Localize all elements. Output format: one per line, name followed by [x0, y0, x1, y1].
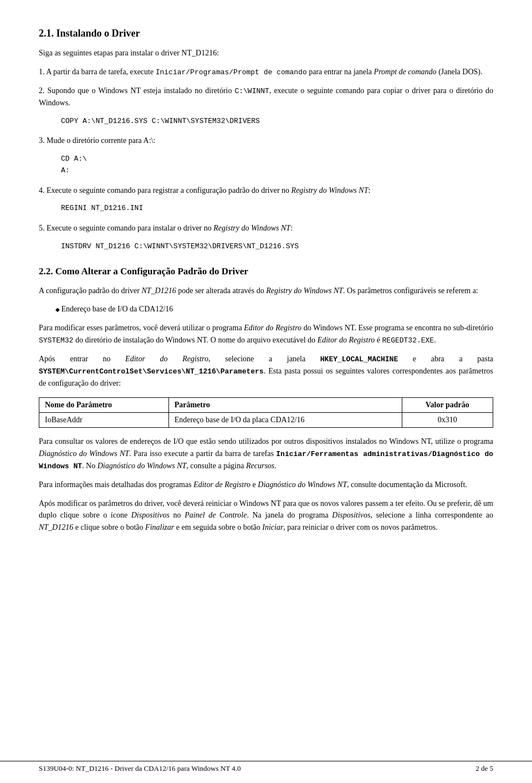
- p6-italic2: Painel de Controle: [185, 511, 247, 519]
- table-header: Nome do Parâmetro Parâmetro Valor padrão: [39, 397, 493, 412]
- p6-italic5: Finalizar: [145, 523, 174, 531]
- p5-end: , consulte documentação da Microsoft.: [347, 480, 467, 489]
- p1-italic: NT_D1216: [141, 286, 176, 295]
- p2-italic2: Editor do Registro: [318, 336, 375, 344]
- table-header-row: Nome do Parâmetro Parâmetro Valor padrão: [39, 397, 493, 412]
- p4-after: . Para isso execute a partir da barra de…: [129, 449, 276, 458]
- step-2: 2. Supondo que o Windows NT esteja insta…: [39, 85, 493, 109]
- p2-after: do Windows NT. Esse programa se encontra…: [301, 324, 493, 332]
- step-5-num: 5.: [39, 224, 47, 232]
- p6-after4: e clique sobre o botão: [73, 523, 145, 531]
- page-content: 2.1. Instalando o Driver Siga as seguint…: [0, 0, 532, 585]
- code-step3-line2: A:: [61, 166, 70, 175]
- p3-before: Após entrar no: [39, 355, 125, 363]
- p6-end: , para reiniciar o driver com os novos p…: [283, 523, 437, 531]
- p2-italic: Editor do Registro: [244, 324, 301, 332]
- p1-before: A configuração padrão do driver: [39, 286, 141, 295]
- step-3-num: 3.: [39, 136, 47, 145]
- step-4-num: 4.: [39, 186, 47, 195]
- p2-end: .: [434, 336, 436, 344]
- p3-after: , selecione a janela: [208, 355, 320, 363]
- step-2-text-before: Supondo que o Windows NT esteja instalad…: [48, 86, 235, 95]
- para-microsoft: Para informações mais detalhadas dos pro…: [39, 479, 493, 491]
- para-editor-registro: Para modificar esses parâmetros, você de…: [39, 322, 493, 346]
- table-cell-name: IoBaseAddr: [39, 412, 169, 427]
- step-5: 5. Execute o seguinte comando para insta…: [39, 222, 493, 234]
- table-cell-value: 0x310: [402, 412, 493, 427]
- step-5-text-before: Execute o seguinte comando para instalar…: [47, 224, 213, 232]
- p3-bold-code: HKEY_LOCAL_MACHINE: [320, 355, 398, 364]
- code-block-step5: INSTDRV NT_D1216 C:\WINNT\SYSTEM32\DRIVE…: [61, 241, 493, 253]
- section-2-2-number: 2.2.: [39, 266, 53, 277]
- table-body: IoBaseAddr Endereço base de I/O da placa…: [39, 412, 493, 427]
- bullet-item-1: Endereço base de I/O da CDA12/16: [55, 303, 493, 315]
- p6-italic: Dispositivos: [131, 511, 170, 519]
- step-1-end: (Janela DOS).: [437, 68, 483, 76]
- p6-italic6: Iniciar: [262, 523, 283, 531]
- step-4-italic: Registry do Windows NT: [291, 186, 369, 195]
- p2-code2: REGEDT32.EXE: [382, 336, 434, 345]
- table-row: IoBaseAddr Endereço base de I/O da placa…: [39, 412, 493, 427]
- p3-bold-code2: SYSTEM\CurrentControlSet\Services\NT_121…: [39, 367, 264, 376]
- table-cell-param: Endereço base de I/O da placa CDA12/16: [168, 412, 402, 427]
- page-footer: S139U04-0: NT_D1216 - Driver da CDA12/16…: [0, 761, 532, 773]
- p1-after: pode ser alterada através do: [176, 286, 266, 295]
- p6-after3: , selecione a linha correspondente ao: [371, 511, 494, 519]
- step-3: 3. Mude o diretório corrente para A:\:: [39, 135, 493, 147]
- p2-before: Para modificar esses parâmetros, você de…: [39, 324, 244, 332]
- params-table: Nome do Parâmetro Parâmetro Valor padrão…: [39, 397, 493, 428]
- p4-italic3: Recursos: [246, 462, 274, 470]
- step-4-text-after: :: [368, 186, 370, 195]
- p2-after2: do diretório de instalação do Windows NT…: [73, 336, 317, 344]
- p4-before: Para consultar os valores de endereços d…: [39, 437, 493, 446]
- p5-italic: Editor de Registro: [193, 480, 250, 489]
- p5-italic2: Diagnóstico do Windows NT: [258, 480, 347, 489]
- heading-2-1: 2.1. Instalando o Driver: [39, 28, 493, 39]
- col-header-param: Parâmetro: [168, 397, 402, 412]
- para-config-intro: A configuração padrão do driver NT_D1216…: [39, 285, 493, 297]
- p6-after2: . Na janela do programa: [247, 511, 332, 519]
- step-2-code: C:\WINNT: [234, 87, 269, 95]
- p3-italic: Editor do Registro: [125, 355, 208, 363]
- p1-italic2: Registry do Windows NT: [266, 286, 343, 295]
- step-1-num: 1.: [39, 68, 46, 76]
- step-2-num: 2.: [39, 86, 48, 95]
- step-5-text-after: :: [290, 224, 293, 232]
- intro-paragraph: Siga as seguintes etapas para instalar o…: [39, 47, 493, 59]
- para-hkey: Após entrar no Editor do Registro, selec…: [39, 353, 493, 390]
- bullet-list: Endereço base de I/O da CDA12/16: [55, 303, 493, 315]
- p3-after2: e abra a pasta: [398, 355, 493, 363]
- p6-after5: e em seguida sobre o botão: [174, 523, 262, 531]
- p4-end2: .: [274, 462, 277, 470]
- p2-code: SYSTEM32: [39, 336, 73, 345]
- p5-before: Para informações mais detalhadas dos pro…: [39, 480, 193, 489]
- code-step3-line1: CD A:\: [61, 155, 87, 163]
- p4-italic2: Diagnóstico do Windows NT: [98, 462, 187, 470]
- footer-left: S139U04-0: NT_D1216 - Driver da CDA12/16…: [39, 764, 241, 773]
- step-1-italic: Prompt de comando: [374, 68, 437, 76]
- p2-after3: é: [375, 336, 382, 344]
- code-block-step4: REGINI NT_D1216.INI: [61, 203, 493, 214]
- step-3-text: Mude o diretório corrente para A:\:: [47, 136, 155, 145]
- code-block-step2: COPY A:\NT_D1216.SYS C:\WINNT\SYSTEM32\D…: [61, 116, 493, 127]
- section-number: 2.1.: [39, 28, 54, 39]
- heading-2-2: 2.2. Como Alterar a Configuração Padrão …: [39, 266, 493, 277]
- step-1-text-before: A partir da barra de tarefa, execute: [46, 68, 155, 76]
- p5-after: e: [250, 480, 258, 489]
- col-header-name: Nome do Parâmetro: [39, 397, 169, 412]
- p6-italic4: NT_D1216: [39, 523, 73, 531]
- step-4-text-before: Execute o seguinte comando para registra…: [47, 186, 291, 195]
- p6-italic3: Dispositivos: [332, 511, 370, 519]
- p4-end: , consulte a página: [186, 462, 246, 470]
- p4-italic: Diagnóstico do Windows NT: [39, 449, 129, 458]
- p6-after: no: [170, 511, 185, 519]
- para-reiniciar: Após modificar os parâmetros do driver, …: [39, 498, 493, 534]
- col-header-value: Valor padrão: [402, 397, 493, 412]
- p1-end: . Os parâmetros configuráveis se referem…: [343, 286, 478, 295]
- section-2-2-title: Como Alterar a Configuração Padrão do Dr…: [55, 266, 248, 277]
- step-1-code: Iniciar/Programas/Prompt de comando: [156, 68, 307, 76]
- code-block-step3: CD A:\ A:: [61, 153, 493, 177]
- footer-right: 2 de 5: [475, 764, 493, 773]
- step-1-text-after: para entrar na janela: [307, 68, 374, 76]
- section-title: Instalando o Driver: [57, 28, 140, 39]
